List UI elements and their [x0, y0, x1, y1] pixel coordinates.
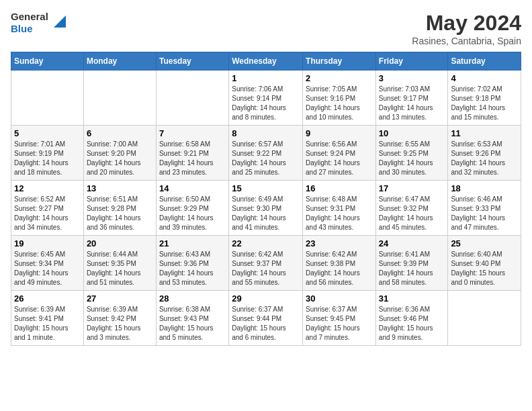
- column-header-saturday: Saturday: [448, 52, 521, 71]
- day-info: Sunrise: 6:45 AMSunset: 9:34 PMDaylight:…: [14, 250, 81, 287]
- calendar-cell: 26Sunrise: 6:39 AMSunset: 9:41 PMDayligh…: [11, 291, 84, 346]
- day-info: Sunrise: 6:58 AMSunset: 9:21 PMDaylight:…: [159, 140, 226, 177]
- day-info: Sunrise: 6:39 AMSunset: 9:42 PMDaylight:…: [87, 305, 153, 342]
- day-number: 5: [14, 128, 81, 138]
- svg-marker-0: [54, 15, 66, 28]
- calendar-cell: 6Sunrise: 7:00 AMSunset: 9:20 PMDaylight…: [83, 126, 156, 181]
- day-info: Sunrise: 6:42 AMSunset: 9:38 PMDaylight:…: [306, 250, 373, 287]
- day-number: 18: [451, 183, 518, 193]
- logo-text: General Blue: [11, 11, 48, 35]
- calendar-cell: 21Sunrise: 6:43 AMSunset: 9:36 PMDayligh…: [156, 236, 228, 291]
- location: Rasines, Cantabria, Spain: [412, 36, 521, 46]
- day-info: Sunrise: 6:51 AMSunset: 9:28 PMDaylight:…: [87, 195, 153, 232]
- day-info: Sunrise: 6:40 AMSunset: 9:40 PMDaylight:…: [451, 250, 518, 287]
- day-info: Sunrise: 6:42 AMSunset: 9:37 PMDaylight:…: [232, 250, 300, 287]
- day-number: 31: [379, 293, 445, 304]
- calendar-cell: 1Sunrise: 7:06 AMSunset: 9:14 PMDaylight…: [229, 71, 303, 126]
- day-number: 3: [379, 73, 445, 83]
- calendar-cell: [448, 291, 521, 346]
- title-block: May 2024 Rasines, Cantabria, Spain: [412, 11, 521, 46]
- day-number: 27: [87, 293, 153, 304]
- calendar-cell: 2Sunrise: 7:05 AMSunset: 9:16 PMDaylight…: [303, 71, 376, 126]
- day-info: Sunrise: 7:03 AMSunset: 9:17 PMDaylight:…: [379, 85, 445, 122]
- day-number: 11: [451, 128, 518, 138]
- calendar-week-row: 5Sunrise: 7:01 AMSunset: 9:19 PMDaylight…: [11, 126, 521, 181]
- day-number: 22: [232, 238, 300, 248]
- day-info: Sunrise: 6:37 AMSunset: 9:45 PMDaylight:…: [306, 305, 373, 342]
- day-number: 7: [159, 128, 226, 138]
- logo: General Blue: [11, 11, 66, 35]
- calendar-cell: 9Sunrise: 6:56 AMSunset: 9:24 PMDaylight…: [303, 126, 376, 181]
- column-header-sunday: Sunday: [11, 52, 84, 71]
- day-info: Sunrise: 7:05 AMSunset: 9:16 PMDaylight:…: [306, 85, 373, 122]
- day-info: Sunrise: 6:37 AMSunset: 9:44 PMDaylight:…: [232, 305, 300, 342]
- day-number: 26: [14, 293, 81, 304]
- calendar-cell: 18Sunrise: 6:46 AMSunset: 9:33 PMDayligh…: [448, 181, 521, 236]
- calendar-cell: 13Sunrise: 6:51 AMSunset: 9:28 PMDayligh…: [83, 181, 156, 236]
- day-info: Sunrise: 6:50 AMSunset: 9:29 PMDaylight:…: [159, 195, 226, 232]
- month-title: May 2024: [412, 11, 521, 36]
- day-info: Sunrise: 6:47 AMSunset: 9:32 PMDaylight:…: [379, 195, 445, 232]
- day-info: Sunrise: 6:39 AMSunset: 9:41 PMDaylight:…: [14, 305, 81, 342]
- column-header-tuesday: Tuesday: [156, 52, 228, 71]
- calendar-cell: 28Sunrise: 6:38 AMSunset: 9:43 PMDayligh…: [156, 291, 228, 346]
- day-info: Sunrise: 7:02 AMSunset: 9:18 PMDaylight:…: [451, 85, 518, 122]
- day-number: 10: [379, 128, 445, 138]
- calendar-cell: [83, 71, 156, 126]
- calendar-cell: 7Sunrise: 6:58 AMSunset: 9:21 PMDaylight…: [156, 126, 228, 181]
- day-number: 6: [87, 128, 153, 138]
- day-number: 17: [379, 183, 445, 193]
- logo-triangle-icon: [51, 15, 66, 30]
- day-info: Sunrise: 6:44 AMSunset: 9:35 PMDaylight:…: [87, 250, 153, 287]
- calendar-cell: 11Sunrise: 6:53 AMSunset: 9:26 PMDayligh…: [448, 126, 521, 181]
- day-info: Sunrise: 7:01 AMSunset: 9:19 PMDaylight:…: [14, 140, 81, 177]
- calendar-header-row: SundayMondayTuesdayWednesdayThursdayFrid…: [11, 52, 521, 71]
- day-info: Sunrise: 6:55 AMSunset: 9:25 PMDaylight:…: [379, 140, 445, 177]
- day-number: 15: [232, 183, 300, 193]
- calendar-cell: 3Sunrise: 7:03 AMSunset: 9:17 PMDaylight…: [375, 71, 448, 126]
- calendar-week-row: 1Sunrise: 7:06 AMSunset: 9:14 PMDaylight…: [11, 71, 521, 126]
- calendar-cell: 10Sunrise: 6:55 AMSunset: 9:25 PMDayligh…: [375, 126, 448, 181]
- column-header-thursday: Thursday: [303, 52, 376, 71]
- day-info: Sunrise: 7:06 AMSunset: 9:14 PMDaylight:…: [232, 85, 300, 122]
- calendar-week-row: 26Sunrise: 6:39 AMSunset: 9:41 PMDayligh…: [11, 291, 521, 346]
- calendar-cell: 20Sunrise: 6:44 AMSunset: 9:35 PMDayligh…: [83, 236, 156, 291]
- calendar-cell: 22Sunrise: 6:42 AMSunset: 9:37 PMDayligh…: [229, 236, 303, 291]
- calendar-table: SundayMondayTuesdayWednesdayThursdayFrid…: [11, 52, 521, 346]
- calendar-cell: 5Sunrise: 7:01 AMSunset: 9:19 PMDaylight…: [11, 126, 84, 181]
- day-number: 16: [306, 183, 373, 193]
- day-number: 4: [451, 73, 518, 83]
- day-number: 23: [306, 238, 373, 248]
- calendar-cell: 31Sunrise: 6:36 AMSunset: 9:46 PMDayligh…: [375, 291, 448, 346]
- day-info: Sunrise: 6:49 AMSunset: 9:30 PMDaylight:…: [232, 195, 300, 232]
- day-number: 8: [232, 128, 300, 138]
- day-number: 2: [306, 73, 373, 83]
- day-info: Sunrise: 6:38 AMSunset: 9:43 PMDaylight:…: [159, 305, 226, 342]
- column-header-wednesday: Wednesday: [229, 52, 303, 71]
- day-number: 24: [379, 238, 445, 248]
- day-number: 14: [159, 183, 226, 193]
- calendar-cell: [11, 71, 84, 126]
- day-number: 30: [306, 293, 373, 304]
- calendar-week-row: 12Sunrise: 6:52 AMSunset: 9:27 PMDayligh…: [11, 181, 521, 236]
- calendar-cell: 24Sunrise: 6:41 AMSunset: 9:39 PMDayligh…: [375, 236, 448, 291]
- day-number: 19: [14, 238, 81, 248]
- day-number: 13: [87, 183, 153, 193]
- day-number: 29: [232, 293, 300, 304]
- calendar-cell: 8Sunrise: 6:57 AMSunset: 9:22 PMDaylight…: [229, 126, 303, 181]
- day-info: Sunrise: 6:43 AMSunset: 9:36 PMDaylight:…: [159, 250, 226, 287]
- day-number: 28: [159, 293, 226, 304]
- calendar-cell: [156, 71, 228, 126]
- calendar-cell: 25Sunrise: 6:40 AMSunset: 9:40 PMDayligh…: [448, 236, 521, 291]
- calendar-cell: 30Sunrise: 6:37 AMSunset: 9:45 PMDayligh…: [303, 291, 376, 346]
- day-number: 21: [159, 238, 226, 248]
- day-number: 1: [232, 73, 300, 83]
- day-info: Sunrise: 6:46 AMSunset: 9:33 PMDaylight:…: [451, 195, 518, 232]
- day-number: 9: [306, 128, 373, 138]
- calendar-cell: 29Sunrise: 6:37 AMSunset: 9:44 PMDayligh…: [229, 291, 303, 346]
- day-info: Sunrise: 6:53 AMSunset: 9:26 PMDaylight:…: [451, 140, 518, 177]
- calendar-week-row: 19Sunrise: 6:45 AMSunset: 9:34 PMDayligh…: [11, 236, 521, 291]
- calendar-cell: 23Sunrise: 6:42 AMSunset: 9:38 PMDayligh…: [303, 236, 376, 291]
- calendar-cell: 19Sunrise: 6:45 AMSunset: 9:34 PMDayligh…: [11, 236, 84, 291]
- calendar-cell: 15Sunrise: 6:49 AMSunset: 9:30 PMDayligh…: [229, 181, 303, 236]
